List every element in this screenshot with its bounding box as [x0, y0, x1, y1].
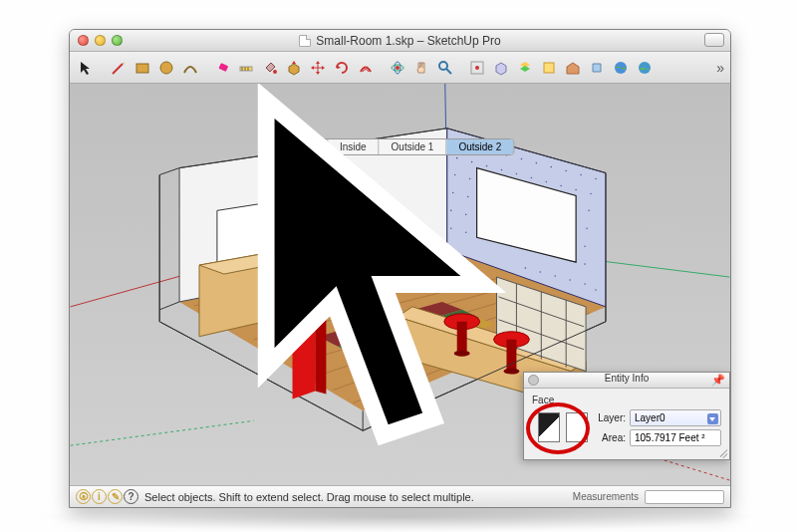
svg-point-49: [550, 166, 552, 168]
entity-info-body: Face Layer: Layer0 Area: 105.7917 Feet ²: [524, 389, 729, 459]
titlebar[interactable]: Small-Room 1.skp – SketchUp Pro: [70, 30, 730, 52]
extension-tool[interactable]: [586, 57, 608, 79]
svg-point-62: [590, 193, 592, 195]
svg-point-84: [465, 214, 467, 216]
svg-point-47: [521, 158, 523, 160]
svg-point-58: [531, 177, 533, 179]
main-toolbar: »: [70, 52, 730, 84]
svg-point-16: [475, 66, 479, 70]
svg-point-19: [639, 62, 651, 74]
svg-point-103: [525, 267, 527, 269]
svg-point-64: [469, 178, 471, 180]
outliner-tool[interactable]: [514, 57, 536, 79]
push-pull-tool[interactable]: [283, 57, 305, 79]
scene-tab-outside1[interactable]: Outside 1: [380, 139, 447, 154]
measurements-input[interactable]: [645, 490, 724, 504]
add-location-tool[interactable]: [538, 57, 560, 79]
svg-marker-113: [293, 233, 316, 399]
status-hint: Select objects. Shift to extend select. …: [144, 491, 474, 503]
svg-point-52: [595, 178, 597, 180]
window-title: Small-Room 1.skp – SketchUp Pro: [70, 34, 730, 48]
geolocation-icon[interactable]: ⦿: [76, 489, 91, 504]
panel-resize-grip[interactable]: [715, 445, 727, 457]
circle-tool[interactable]: [155, 57, 177, 79]
status-bar: ⦿ i ✎ ? Select objects. Shift to extend …: [70, 485, 730, 507]
claim-credit-icon[interactable]: ✎: [108, 489, 123, 504]
svg-point-7: [273, 70, 277, 74]
svg-point-48: [536, 162, 538, 164]
panel-pin-icon[interactable]: 📌: [711, 374, 725, 387]
svg-line-23: [71, 420, 254, 445]
rotate-tool[interactable]: [331, 57, 353, 79]
pan-tool[interactable]: [410, 57, 432, 79]
svg-point-59: [545, 181, 547, 183]
rectangle-tool[interactable]: [132, 57, 153, 79]
back-face-swatch[interactable]: [566, 412, 588, 442]
google-earth-tool[interactable]: [610, 57, 632, 79]
toolbar-overflow-icon[interactable]: »: [716, 60, 724, 76]
svg-point-105: [554, 275, 556, 277]
area-label: Area:: [592, 432, 626, 443]
3d-warehouse-tool[interactable]: [562, 57, 584, 79]
svg-point-12: [396, 66, 399, 70]
svg-point-83: [450, 210, 452, 212]
zoom-tool[interactable]: [434, 57, 456, 79]
entity-info-titlebar[interactable]: Entity Info 📌: [524, 373, 729, 389]
svg-point-13: [439, 62, 447, 70]
eraser-tool[interactable]: [211, 57, 233, 79]
svg-rect-2: [218, 63, 228, 72]
model-viewport[interactable]: Top Inside Outside 1 Outside 2 Entity In…: [70, 84, 730, 485]
svg-point-92: [584, 245, 586, 247]
document-icon: [299, 35, 311, 47]
svg-point-56: [501, 169, 503, 171]
toolbar-toggle-button[interactable]: [704, 33, 724, 47]
measurements-box: Measurements: [573, 490, 724, 504]
svg-point-50: [565, 170, 567, 172]
svg-rect-129: [506, 340, 516, 370]
svg-point-106: [569, 279, 571, 281]
preview-tool[interactable]: [634, 57, 656, 79]
status-icons: ⦿ i ✎ ?: [76, 489, 138, 504]
svg-marker-114: [315, 233, 326, 394]
component-tool[interactable]: [490, 57, 512, 79]
arc-tool[interactable]: [179, 57, 201, 79]
svg-point-51: [580, 174, 582, 176]
svg-line-14: [446, 69, 451, 74]
scene-tabs: Top Inside Outside 1 Outside 2: [286, 138, 514, 155]
svg-point-1: [160, 62, 172, 74]
line-tool[interactable]: [108, 57, 130, 79]
scene-tab-outside2[interactable]: Outside 2: [446, 139, 513, 154]
tape-measure-tool[interactable]: [235, 57, 257, 79]
layer-label: Layer:: [592, 412, 626, 423]
svg-point-73: [452, 192, 454, 194]
offset-tool[interactable]: [355, 57, 377, 79]
face-material-swatches: [538, 412, 588, 442]
svg-point-55: [486, 165, 488, 167]
credits-icon[interactable]: i: [92, 489, 107, 504]
svg-point-94: [465, 231, 467, 233]
svg-point-63: [454, 174, 456, 176]
app-window: Small-Room 1.skp – SketchUp Pro »: [69, 29, 731, 508]
svg-point-60: [560, 185, 562, 187]
select-tool[interactable]: [76, 57, 98, 79]
panel-close-button[interactable]: [528, 375, 539, 386]
svg-rect-17: [544, 63, 554, 73]
svg-point-82: [586, 227, 588, 229]
svg-point-53: [456, 157, 458, 159]
scene-tab-top[interactable]: Top: [287, 139, 328, 154]
scene-tab-inside[interactable]: Inside: [328, 139, 380, 154]
layer-dropdown[interactable]: Layer0: [630, 409, 721, 426]
help-icon[interactable]: ?: [124, 489, 138, 504]
paint-bucket-tool[interactable]: [259, 57, 281, 79]
svg-point-108: [595, 289, 597, 291]
svg-point-130: [503, 369, 519, 375]
move-tool[interactable]: [307, 57, 329, 79]
orbit-tool[interactable]: [387, 57, 408, 79]
zoom-extents-tool[interactable]: [466, 57, 488, 79]
svg-point-61: [575, 189, 577, 191]
entity-info-panel[interactable]: Entity Info 📌 Face Layer: Layer0 Area: 1…: [523, 372, 730, 460]
svg-point-107: [584, 283, 586, 285]
entity-info-title: Entity Info: [605, 373, 649, 384]
front-face-swatch[interactable]: [538, 412, 560, 442]
entity-type-label: Face: [532, 395, 721, 405]
